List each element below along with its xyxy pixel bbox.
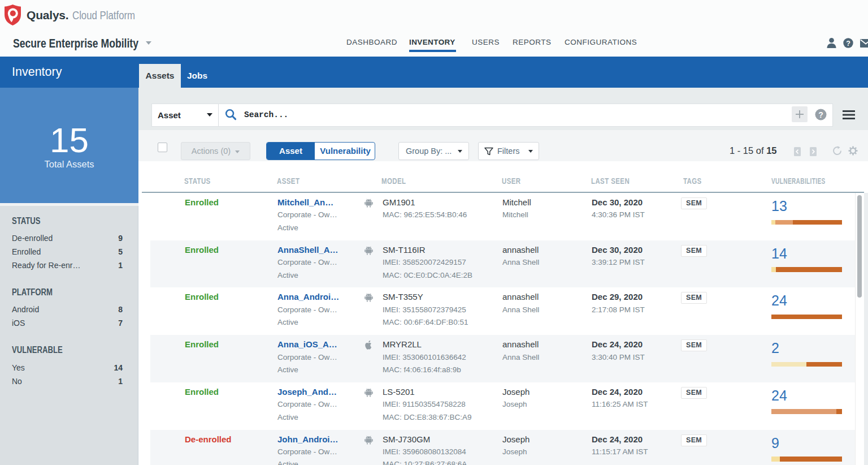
svg-text:?: ? — [846, 40, 850, 48]
svg-text:?: ? — [818, 110, 823, 119]
